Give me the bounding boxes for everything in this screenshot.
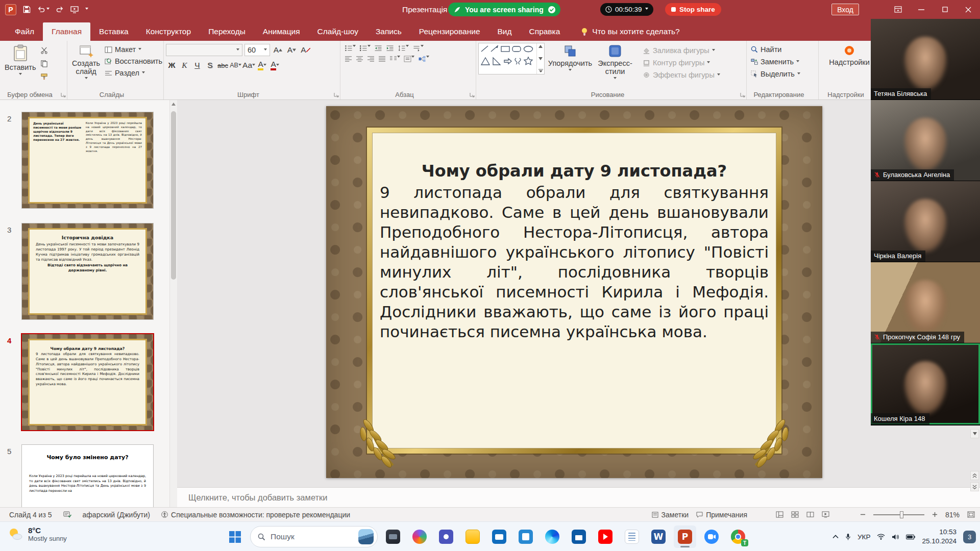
participant-tile[interactable]: Булаковська Ангеліна <box>871 100 980 181</box>
participant-tile[interactable]: Чіркіна Валерія <box>871 181 980 262</box>
slide-thumbnail-2[interactable]: День української писемності та мови рані… <box>22 112 153 208</box>
taskbar-app-word[interactable]: W <box>647 525 670 548</box>
tab-help[interactable]: Справка <box>521 22 569 41</box>
paste-button[interactable]: Вставить <box>2 43 38 78</box>
zoom-slider[interactable] <box>873 514 924 515</box>
spellcheck-icon[interactable] <box>63 511 71 518</box>
tray-microphone-icon[interactable] <box>845 533 851 541</box>
slide-body-text[interactable]: 9 листопада обрали для святкування невип… <box>380 183 769 342</box>
strikethrough-button[interactable]: abc <box>217 59 229 71</box>
normal-view-button[interactable] <box>776 511 783 518</box>
smartart-icon[interactable] <box>418 56 429 62</box>
replace-button[interactable]: Заменить <box>749 56 802 67</box>
tab-design[interactable]: Конструктор <box>137 22 200 41</box>
taskbar-app-notes[interactable] <box>621 525 643 548</box>
align-right-icon[interactable] <box>367 56 375 62</box>
justify-icon[interactable] <box>378 56 386 62</box>
italic-button[interactable]: К <box>179 59 190 71</box>
underline-button[interactable]: Ч <box>191 59 203 71</box>
highlight-color-button[interactable]: А <box>256 59 268 71</box>
tab-insert[interactable]: Вставка <box>90 22 137 41</box>
slide-thumbnail-4-selected[interactable]: Чому обрали дату 9 листопада? 9 листопад… <box>22 334 153 430</box>
tell-me-box[interactable]: Что вы хотите сделать? <box>581 22 679 41</box>
taskbar-app-zoom[interactable] <box>700 525 723 548</box>
new-slide-button[interactable]: Создать слайд <box>69 43 103 82</box>
zoom-in-button[interactable] <box>932 512 938 517</box>
tab-slideshow[interactable]: Слайд-шоу <box>309 22 367 41</box>
notification-count-badge[interactable]: 3 <box>963 531 976 543</box>
next-slide-button[interactable] <box>970 482 979 491</box>
shape-fill-button[interactable]: Заливка фигуры <box>641 45 722 56</box>
taskbar-app-outlook[interactable] <box>488 525 510 548</box>
addins-button[interactable]: Надстройки <box>821 43 878 68</box>
previous-slide-button[interactable] <box>970 471 979 480</box>
text-direction-icon[interactable] <box>412 45 424 52</box>
copy-icon[interactable] <box>38 57 50 69</box>
change-case-button[interactable]: Аа <box>242 59 255 71</box>
taskbar-app-chrome[interactable]: T <box>727 525 749 548</box>
accessibility-checker[interactable]: Специальные возможности: проверьте реком… <box>161 511 350 519</box>
start-button[interactable] <box>224 525 246 548</box>
clear-formatting-icon[interactable]: А <box>300 44 311 56</box>
format-painter-icon[interactable] <box>38 70 50 83</box>
reset-button[interactable]: Восстановить <box>103 56 164 67</box>
bold-button[interactable]: Ж <box>166 59 178 71</box>
tab-transitions[interactable]: Переходы <box>200 22 254 41</box>
taskbar-app-edge[interactable] <box>541 525 564 548</box>
language-switcher[interactable]: УКР <box>857 533 870 541</box>
line-spacing-icon[interactable] <box>398 45 409 52</box>
search-box[interactable]: Пошук <box>250 526 378 547</box>
undo-icon[interactable] <box>37 6 50 13</box>
search-highlight-image[interactable] <box>358 529 374 544</box>
taskbar-app-powerpoint[interactable]: P <box>674 525 696 548</box>
ribbon-display-options-icon[interactable] <box>886 0 910 19</box>
taskbar-app-desktop-preview[interactable] <box>382 525 404 548</box>
taskbar-app-teams[interactable] <box>435 525 457 548</box>
volume-icon[interactable] <box>892 534 899 540</box>
redo-icon[interactable] <box>56 6 64 13</box>
scrollbar-thumb[interactable] <box>171 111 176 280</box>
taskbar-app-microsoft-store[interactable] <box>568 525 590 548</box>
slide-canvas[interactable]: Чому обрали дату 9 листопада? 9 листопад… <box>326 106 822 478</box>
slide-title[interactable]: Чому обрали дату 9 листопада? <box>372 161 776 181</box>
tab-animations[interactable]: Анимация <box>254 22 309 41</box>
comments-toggle[interactable]: Примечания <box>696 511 747 519</box>
tab-view[interactable]: Вид <box>489 22 521 41</box>
section-button[interactable]: Раздел <box>103 67 164 79</box>
shrink-font-icon[interactable]: А <box>286 44 298 56</box>
language-indicator[interactable]: афарский (Джибути) <box>83 511 150 519</box>
find-button[interactable]: Найти <box>749 44 802 55</box>
shape-outline-button[interactable]: Контур фигуры <box>641 57 722 68</box>
tab-review[interactable]: Рецензирование <box>410 22 489 41</box>
participant-tile[interactable]: Тетяна Білявська <box>871 19 980 100</box>
align-text-icon[interactable] <box>404 56 414 62</box>
taskbar-app-copilot[interactable] <box>408 525 431 548</box>
participant-tile-active-speaker[interactable]: Кошеля Кіра 148 <box>871 343 980 425</box>
shapes-gallery-scroll[interactable] <box>536 43 544 74</box>
text-shadow-button[interactable]: S <box>204 59 216 71</box>
character-spacing-button[interactable]: АВ <box>230 59 241 71</box>
wifi-icon[interactable] <box>877 534 885 540</box>
login-button[interactable]: Вход <box>831 4 859 15</box>
arrange-button[interactable]: Упорядочить <box>548 43 593 74</box>
bullets-icon[interactable] <box>345 45 356 52</box>
dialog-launcher-icon[interactable] <box>334 92 339 97</box>
slide-sorter-view-button[interactable] <box>791 511 799 518</box>
share-timer[interactable]: 00:50:39 <box>600 3 653 16</box>
numbering-icon[interactable] <box>359 45 371 52</box>
clock-widget[interactable]: 10:53 25.10.2024 <box>922 528 957 545</box>
customize-qat-icon[interactable] <box>85 8 88 11</box>
tab-record[interactable]: Запись <box>367 22 410 41</box>
align-left-icon[interactable] <box>345 56 352 62</box>
tray-chevron-icon[interactable] <box>832 535 839 539</box>
slideshow-view-button[interactable] <box>822 511 829 518</box>
slide-thumbnail-3[interactable]: Історична довідка День української писем… <box>22 223 153 319</box>
stop-share-button[interactable]: Stop share <box>665 3 721 16</box>
reading-view-button[interactable] <box>806 511 814 518</box>
font-color-button[interactable]: А <box>269 59 281 71</box>
weather-widget[interactable]: 8°C Mostly sunny <box>6 526 67 542</box>
notes-toggle[interactable]: Заметки <box>652 511 689 519</box>
decrease-indent-icon[interactable] <box>374 45 382 52</box>
dialog-launcher-icon[interactable] <box>470 92 475 97</box>
zoom-slider-thumb[interactable] <box>900 511 903 518</box>
